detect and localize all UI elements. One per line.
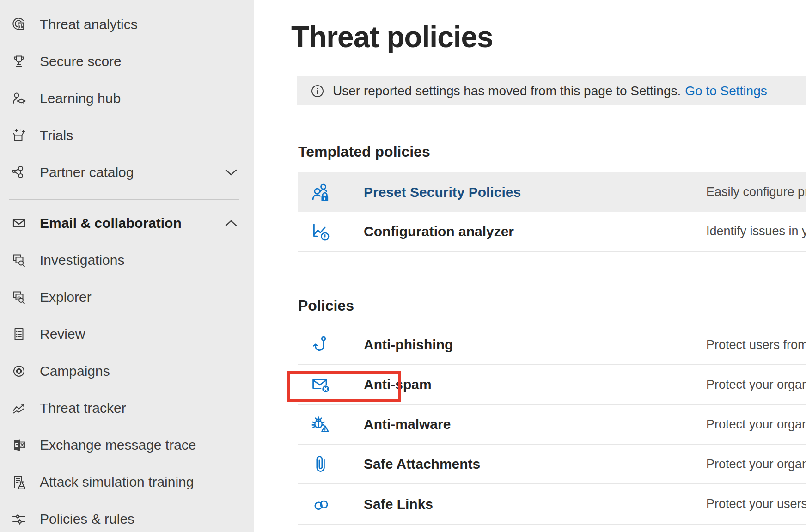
row-label[interactable]: Preset Security Policies bbox=[364, 184, 521, 200]
info-banner: User reported settings has moved from th… bbox=[297, 76, 806, 105]
sidebar-item-campaigns[interactable]: Campaigns bbox=[0, 353, 254, 390]
row-label[interactable]: Anti-spam bbox=[364, 377, 432, 392]
sidebar-divider bbox=[9, 199, 239, 200]
row-description: Protect your users fr bbox=[706, 497, 806, 511]
row-safe-links[interactable]: Safe Links Protect your users fr bbox=[298, 484, 806, 525]
sidebar-item-label: Policies & rules bbox=[40, 511, 134, 527]
threat-analytics-icon bbox=[11, 17, 27, 32]
sidebar-item-label: Trials bbox=[40, 128, 73, 143]
sidebar-group-label: Email & collaboration bbox=[40, 215, 182, 231]
row-configuration-analyzer[interactable]: Configuration analyzer Identify issues i… bbox=[298, 212, 806, 252]
people-lock-icon bbox=[311, 182, 331, 202]
sidebar-item-label: Investigations bbox=[40, 252, 124, 268]
envelope-blocked-icon bbox=[311, 374, 331, 395]
gift-sparkles-icon bbox=[11, 128, 27, 143]
sidebar-item-label: Attack simulation training bbox=[40, 474, 194, 490]
learning-hub-icon bbox=[11, 91, 27, 106]
sidebar-item-exchange-message-trace[interactable]: Exchange message trace bbox=[0, 427, 254, 464]
chevron-up-icon[interactable] bbox=[225, 219, 238, 227]
row-description: Protect your organiz bbox=[706, 417, 806, 432]
sidebar-item-review[interactable]: Review bbox=[0, 316, 254, 353]
sidebar-item-label: Partner catalog bbox=[40, 165, 134, 180]
sidebar-item-learning-hub[interactable]: Learning hub bbox=[0, 80, 254, 117]
section-heading-templated-policies: Templated policies bbox=[298, 143, 430, 160]
row-label[interactable]: Configuration analyzer bbox=[364, 224, 514, 239]
sidebar-item-label: Secure score bbox=[40, 54, 122, 69]
sidebar-item-attack-simulation-training[interactable]: Attack simulation training bbox=[0, 464, 254, 501]
envelope-icon bbox=[11, 215, 27, 231]
paperclip-icon bbox=[311, 454, 331, 474]
row-label[interactable]: Safe Attachments bbox=[364, 456, 480, 472]
sidebar: Threat analytics Secure score Learning h… bbox=[0, 0, 254, 532]
row-anti-spam[interactable]: Anti-spam Protect your organiz bbox=[298, 365, 806, 405]
row-description: Protect your organiz bbox=[706, 457, 806, 471]
banner-text: User reported settings has moved from th… bbox=[333, 84, 681, 98]
sidebar-item-investigations[interactable]: Investigations bbox=[0, 242, 254, 279]
row-anti-phishing[interactable]: Anti-phishing Protect users from p bbox=[298, 325, 806, 365]
sidebar-item-label: Threat analytics bbox=[40, 17, 138, 32]
row-description: Easily configure prot bbox=[706, 185, 806, 199]
sidebar-item-label: Exchange message trace bbox=[40, 437, 196, 453]
row-description: Identify issues in you bbox=[706, 224, 806, 238]
chevron-down-icon[interactable] bbox=[225, 168, 238, 177]
sidebar-item-explorer[interactable]: Explorer bbox=[0, 279, 254, 316]
frames-chart-magnifier-icon bbox=[11, 289, 27, 305]
bug-warning-icon bbox=[311, 414, 331, 434]
sidebar-item-threat-analytics[interactable]: Threat analytics bbox=[0, 6, 254, 43]
sidebar-item-partner-catalog[interactable]: Partner catalog bbox=[0, 154, 254, 191]
sidebar-item-secure-score[interactable]: Secure score bbox=[0, 43, 254, 80]
sidebar-item-policies-rules[interactable]: Policies & rules bbox=[0, 501, 254, 532]
sidebar-item-trials[interactable]: Trials bbox=[0, 117, 254, 154]
sidebar-item-label: Learning hub bbox=[40, 91, 121, 106]
trophy-icon bbox=[11, 54, 27, 69]
trend-lines-icon bbox=[11, 400, 27, 416]
sidebar-item-label: Review bbox=[40, 326, 85, 342]
partner-nodes-icon bbox=[11, 165, 27, 180]
row-preset-security-policies[interactable]: Preset Security Policies Easily configur… bbox=[298, 172, 806, 212]
section-heading-policies: Policies bbox=[298, 297, 354, 314]
checklist-icon bbox=[11, 326, 27, 342]
bullseye-icon bbox=[11, 363, 27, 379]
chain-links-icon bbox=[311, 494, 331, 514]
row-label[interactable]: Anti-malware bbox=[364, 416, 451, 432]
sidebar-item-label: Explorer bbox=[40, 289, 92, 305]
row-anti-malware[interactable]: Anti-malware Protect your organiz bbox=[298, 405, 806, 445]
exchange-logo-icon bbox=[11, 437, 27, 453]
frames-magnifier-icon bbox=[11, 252, 27, 268]
go-to-settings-link[interactable]: Go to Settings bbox=[685, 84, 767, 98]
info-icon bbox=[311, 84, 324, 98]
row-safe-attachments[interactable]: Safe Attachments Protect your organiz bbox=[298, 445, 806, 484]
row-label[interactable]: Anti-phishing bbox=[364, 337, 453, 353]
sidebar-item-label: Campaigns bbox=[40, 363, 110, 379]
chart-info-icon bbox=[311, 221, 331, 242]
sidebar-item-threat-tracker[interactable]: Threat tracker bbox=[0, 390, 254, 427]
row-description: Protect users from p bbox=[706, 338, 806, 352]
document-flask-icon bbox=[11, 474, 27, 490]
row-description: Protect your organiz bbox=[706, 378, 806, 392]
sliders-icon bbox=[11, 511, 27, 527]
page-title: Threat policies bbox=[291, 18, 493, 55]
sidebar-group-email-collaboration[interactable]: Email & collaboration bbox=[0, 205, 254, 242]
row-label[interactable]: Safe Links bbox=[364, 496, 433, 512]
sidebar-item-label: Threat tracker bbox=[40, 400, 126, 416]
fish-hook-icon bbox=[311, 335, 331, 355]
